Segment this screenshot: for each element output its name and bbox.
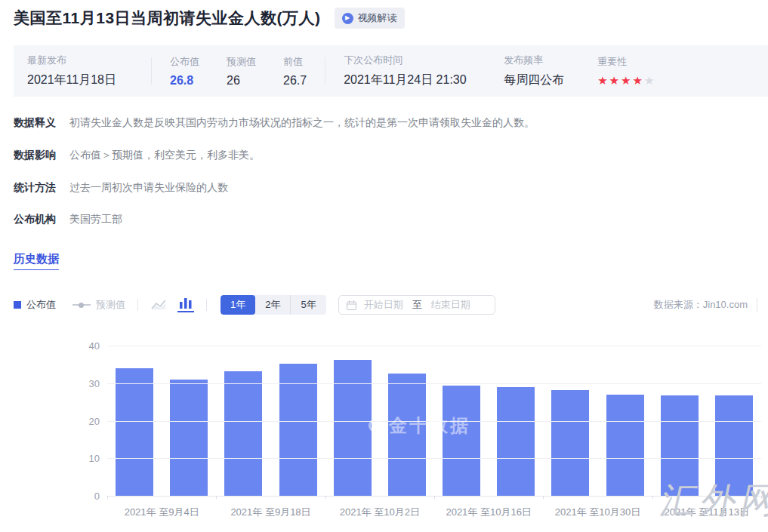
- period-tab-1年[interactable]: 1年: [221, 295, 255, 315]
- next-release: 下次公布时间 2021年11月24日 21:30: [344, 54, 470, 88]
- detail-label: 公布机构: [14, 213, 69, 226]
- x-tick: [543, 496, 544, 499]
- detail-content: 公布值＞预期值，利空美元，利多非美。: [69, 149, 260, 161]
- legend-published-label: 公布值: [26, 298, 56, 312]
- detail-content: 过去一周初次申请失业保险的人数: [69, 181, 228, 194]
- bar[interactable]: [661, 395, 699, 496]
- header: 美国至11月13日当周初请失业金人数(万人) ▶ 视频解读: [14, 8, 405, 29]
- forecast-value: 26: [227, 74, 256, 88]
- y-tick-label: 10: [0, 453, 100, 464]
- x-tick: [652, 496, 653, 499]
- detail-row-meaning: 数据释义 初请失业金人数是反映其国内劳动力市场状况的指标之一，统计的是第一次申请…: [14, 116, 754, 129]
- details-section: 数据释义 初请失业金人数是反映其国内劳动力市场状况的指标之一，统计的是第一次申请…: [14, 116, 754, 245]
- history-section-title: 历史数据: [14, 252, 59, 270]
- bar[interactable]: [334, 360, 372, 496]
- detail-content: 美国劳工部: [69, 213, 122, 226]
- forecast-label: 预测值: [227, 55, 256, 69]
- bar-chart-icon[interactable]: [177, 297, 194, 312]
- published-value: 26.8: [170, 74, 199, 88]
- star-icon: ★: [633, 74, 644, 87]
- history-bar-chart: 010203040 2021年 至9月4日2021年 至9月18日2021年 至…: [0, 340, 768, 532]
- bar[interactable]: [388, 374, 426, 496]
- gridline: [107, 346, 761, 346]
- video-explain-label: 视频解读: [358, 11, 397, 25]
- legend-forecast-label: 预测值: [96, 298, 125, 312]
- play-icon: ▶: [342, 13, 353, 24]
- divider: [151, 57, 152, 85]
- bar[interactable]: [170, 380, 208, 496]
- latest-release: 最新发布 2021年11月18日: [27, 54, 133, 88]
- period-tab-2年[interactable]: 2年: [255, 295, 290, 315]
- legend-forecast[interactable]: 预测值: [72, 298, 125, 312]
- x-tick: [434, 496, 435, 499]
- x-tick: [216, 496, 217, 499]
- period-tabs: 1年2年5年: [221, 295, 326, 315]
- detail-row-method: 统计方法 过去一周初次申请失业保险的人数: [14, 181, 754, 194]
- line-dot-icon: [72, 304, 91, 306]
- importance: 重要性 ★★★★★: [597, 55, 655, 88]
- x-tick-label: 2021年 至10月30日: [543, 506, 652, 519]
- x-tick-label: 2021年 至9月4日: [107, 506, 216, 519]
- x-tick-label: 2021年 至10月16日: [434, 506, 543, 519]
- frequency-label: 发布频率: [504, 54, 564, 67]
- detail-label: 统计方法: [14, 181, 69, 194]
- start-date-placeholder[interactable]: 开始日期: [364, 298, 403, 312]
- x-axis: 2021年 至9月4日2021年 至9月18日2021年 至10月2日2021年…: [107, 506, 761, 519]
- bar[interactable]: [551, 390, 589, 496]
- bar[interactable]: [116, 368, 153, 496]
- bar[interactable]: [715, 395, 753, 496]
- x-tick: [325, 496, 326, 499]
- star-icon: ★: [609, 74, 621, 87]
- x-tick-label: 2021年 至10月2日: [325, 506, 434, 519]
- detail-content: 初请失业金人数是反映其国内劳动力市场状况的指标之一，统计的是第一次申请领取失业金…: [69, 116, 535, 129]
- previous: 前值 26.7: [283, 55, 307, 88]
- gridline: [107, 458, 761, 459]
- plot-area: [107, 346, 761, 496]
- x-tick: [107, 496, 108, 499]
- next-release-label: 下次公布时间: [344, 54, 470, 67]
- frequency-value: 每周四公布: [504, 72, 564, 88]
- y-tick-label: 40: [0, 340, 100, 352]
- importance-stars: ★★★★★: [597, 74, 655, 88]
- divider: [206, 299, 207, 311]
- history-data-link[interactable]: 历史数据: [14, 252, 59, 270]
- star-icon: ★: [644, 74, 655, 87]
- previous-label: 前值: [283, 55, 307, 69]
- bar[interactable]: [224, 371, 262, 496]
- bar[interactable]: [606, 395, 644, 496]
- gridline: [107, 383, 761, 384]
- star-icon: ★: [621, 74, 632, 87]
- previous-value: 26.7: [283, 74, 307, 88]
- divider: [325, 57, 325, 85]
- detail-label: 数据影响: [14, 149, 69, 161]
- blue-square-icon: [14, 301, 21, 309]
- bar[interactable]: [497, 387, 535, 496]
- published-label: 公布值: [170, 55, 199, 69]
- line-chart-icon[interactable]: [150, 297, 167, 312]
- next-release-value: 2021年11月24日 21:30: [344, 72, 470, 88]
- gridline: [107, 421, 761, 422]
- y-tick-label: 30: [0, 378, 100, 389]
- detail-row-impact: 数据影响 公布值＞预期值，利空美元，利多非美。: [14, 149, 754, 161]
- period-tab-5年[interactable]: 5年: [290, 295, 325, 315]
- published: 公布值 26.8: [170, 55, 199, 88]
- data-source: 数据来源：Jin10.com: [654, 298, 748, 312]
- frequency: 发布频率 每周四公布: [504, 54, 564, 88]
- summary-bar: 最新发布 2021年11月18日 公布值 26.8 预测值 26 前值 26.7…: [14, 45, 768, 97]
- divider: [137, 299, 138, 311]
- y-tick-label: 0: [0, 490, 100, 502]
- date-range-input[interactable]: 开始日期 至 结束日期: [338, 295, 495, 315]
- x-tick-label: 2021年 至9月18日: [216, 506, 325, 519]
- forecast: 预测值 26: [227, 55, 256, 88]
- calendar-icon: [347, 300, 356, 310]
- latest-release-value: 2021年11月18日: [27, 72, 133, 88]
- detail-row-agency: 公布机构 美国劳工部: [14, 213, 754, 226]
- star-icon: ★: [597, 74, 609, 87]
- latest-release-label: 最新发布: [27, 54, 133, 67]
- video-explain-button[interactable]: ▶ 视频解读: [335, 8, 405, 29]
- bar[interactable]: [443, 386, 480, 496]
- detail-label: 数据释义: [14, 116, 69, 129]
- legend-published[interactable]: 公布值: [14, 298, 56, 312]
- importance-label: 重要性: [597, 55, 655, 69]
- end-date-placeholder[interactable]: 结束日期: [431, 298, 470, 312]
